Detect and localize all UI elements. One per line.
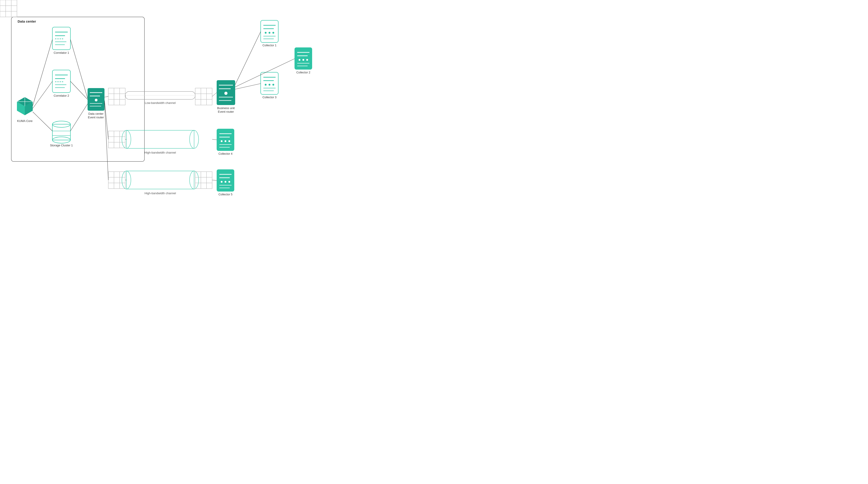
collector1-label: Collector 1 [262, 44, 276, 47]
line-storage-router [70, 104, 88, 131]
svg-point-58 [303, 59, 304, 61]
svg-rect-54 [294, 48, 312, 69]
high-bandwidth2-label: High-bandwidth channel [145, 192, 176, 195]
svg-point-88 [228, 140, 230, 142]
correlator2-label: Correlator 2 [54, 94, 69, 97]
svg-point-25 [95, 99, 97, 102]
svg-rect-76 [126, 130, 194, 148]
svg-rect-28 [108, 88, 125, 105]
correlator1-label: Correlator 1 [54, 51, 69, 54]
line-fw2-coll4 [212, 139, 217, 140]
dc-event-router-label2: Event router [88, 116, 104, 119]
svg-rect-11 [52, 70, 70, 93]
svg-rect-91 [108, 172, 125, 189]
low-bandwidth-label: Low-bandwidth channel [145, 101, 176, 105]
kuma-core-label: KUMA Core [17, 119, 33, 123]
kuma-core-icon [17, 97, 33, 115]
collector3-icon [261, 72, 278, 94]
line-router-mid [104, 101, 108, 139]
svg-point-87 [224, 140, 226, 142]
business-unit-label1: Business unit [217, 106, 235, 110]
storage-cluster1-icon [52, 121, 70, 143]
business-unit-label2: Event router [218, 110, 234, 113]
svg-rect-99 [195, 172, 212, 189]
firewall-bot2 [195, 172, 212, 189]
dc-event-router-label1: Data center [88, 112, 103, 115]
svg-point-66 [269, 84, 270, 86]
line-router-bot [104, 102, 108, 180]
svg-point-49 [265, 32, 267, 34]
line-router-coll3 [235, 84, 261, 89]
collector1-icon [261, 20, 278, 42]
firewall-bot1 [108, 172, 125, 189]
svg-point-67 [272, 84, 274, 86]
firewall-mid1 [108, 131, 125, 148]
svg-point-86 [221, 140, 222, 142]
svg-rect-35 [195, 88, 212, 105]
data-center-label: Data center [18, 20, 36, 23]
svg-rect-70 [108, 131, 125, 148]
collector2-label: Collector 2 [296, 71, 310, 74]
svg-point-51 [272, 32, 274, 34]
svg-rect-78 [0, 0, 17, 17]
line-corr2-router [70, 81, 88, 99]
line-router-coll2 [235, 59, 294, 87]
svg-point-108 [224, 181, 226, 183]
svg-rect-62 [261, 72, 278, 94]
line-core-storage [33, 112, 52, 131]
svg-point-43 [224, 92, 227, 95]
correlator2-icon [52, 70, 70, 93]
svg-rect-83 [217, 129, 234, 151]
high-bandwidth-channel2 [122, 171, 198, 189]
diagram-container: Data center KUMA Core Correlator 1 Corre… [0, 0, 434, 242]
firewall-mid2 [0, 0, 17, 17]
collector5-label: Collector 5 [218, 193, 232, 196]
svg-rect-97 [126, 171, 194, 189]
business-unit-router-icon [217, 80, 235, 105]
line-fw2-bu-router [212, 93, 217, 96]
line-core-corr2 [33, 81, 52, 108]
svg-point-59 [306, 59, 308, 61]
svg-point-65 [265, 84, 267, 86]
svg-rect-104 [217, 169, 234, 192]
svg-point-57 [299, 59, 300, 61]
dc-event-router-icon [88, 88, 104, 111]
collector4-icon [217, 129, 234, 151]
high-bandwidth-channel1 [122, 130, 198, 148]
correlator1-icon [52, 27, 70, 50]
high-bandwidth1-label: High-bandwidth channel [145, 151, 176, 154]
low-bandwidth-channel [125, 91, 195, 99]
svg-rect-46 [261, 20, 278, 42]
collector5-icon [217, 169, 234, 192]
svg-point-109 [228, 181, 230, 183]
line-router-top [104, 96, 108, 97]
firewall-mid-top [195, 88, 212, 105]
collector2-icon [294, 48, 312, 69]
line-core-corr1 [33, 39, 52, 106]
firewall-top [108, 88, 125, 105]
svg-rect-5 [52, 27, 70, 50]
collector3-label: Collector 3 [262, 95, 276, 99]
svg-point-50 [269, 32, 270, 34]
collector4-label: Collector 4 [218, 152, 232, 155]
line-corr1-router [70, 39, 88, 98]
line-fw2-coll5 [212, 180, 217, 180]
svg-point-107 [221, 181, 222, 183]
storage-cluster1-label: Storage Cluster 1 [50, 144, 73, 147]
